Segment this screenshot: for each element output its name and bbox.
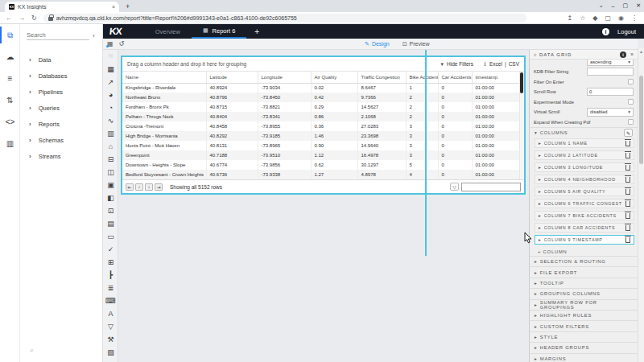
data-grid-widget[interactable]: Drag a column header and drop it here fo… bbox=[121, 56, 526, 195]
sidebar-item-pipelines[interactable]: ›Pipelines bbox=[20, 84, 102, 100]
delete-column-icon[interactable] bbox=[625, 237, 630, 243]
column-item-9[interactable]: ▸COLUMN 9 TIMESTAMP bbox=[535, 235, 634, 245]
tabs-layout-icon[interactable]: ⊟ bbox=[103, 153, 118, 166]
save-icon[interactable]: ▦ bbox=[107, 40, 114, 47]
delete-column-icon[interactable] bbox=[625, 201, 630, 207]
table-row[interactable]: Greenpoint40.7188-73.95101.1216.49783001… bbox=[122, 150, 520, 160]
add-column-button[interactable]: + COLUMN bbox=[530, 247, 638, 256]
bookmark-star-icon[interactable]: ☆ bbox=[580, 14, 585, 22]
chart-icon[interactable]: ↗ bbox=[103, 76, 118, 88]
column-header[interactable]: Traffic Congestion bbox=[357, 72, 406, 83]
first-page-button[interactable]: ⇤ bbox=[126, 183, 134, 191]
cloud-icon[interactable]: ☁ bbox=[0, 46, 20, 68]
panel-section-highlight-rules[interactable]: ▸HIGHLIGHT RULES bbox=[530, 310, 638, 320]
tab-close-icon[interactable]: × bbox=[112, 4, 115, 10]
data-grid-icon[interactable]: ▦ bbox=[103, 63, 118, 76]
delete-column-icon[interactable] bbox=[625, 225, 630, 231]
preview-mode-button[interactable]: ⊡ Preview bbox=[402, 41, 430, 47]
image-icon[interactable]: ▨ bbox=[103, 346, 118, 359]
tab-overview[interactable]: Overview bbox=[144, 24, 192, 39]
delete-column-icon[interactable] bbox=[625, 165, 630, 171]
column-item-5[interactable]: ▸COLUMN 5 AIR QUALITY bbox=[535, 187, 634, 196]
delete-column-icon[interactable] bbox=[625, 141, 630, 146]
delete-column-icon[interactable] bbox=[625, 177, 630, 183]
close-icon[interactable]: ✕ bbox=[636, 2, 641, 9]
pie-chart-icon[interactable]: ◕ bbox=[103, 88, 118, 101]
table-row[interactable]: Hunts Point - Mott Haven40.8131-73.89650… bbox=[122, 141, 520, 150]
column-header[interactable]: Latitude bbox=[206, 72, 258, 83]
column-item-2[interactable]: ▸COLUMN 2 LATITUDE bbox=[535, 150, 634, 160]
setting-checkbox[interactable] bbox=[628, 99, 634, 105]
chevron-down-icon[interactable]: ⌄ bbox=[599, 2, 604, 9]
panel-section-margins[interactable]: ▸MARGINS bbox=[530, 353, 638, 362]
share-icon[interactable]: ↥ bbox=[567, 14, 572, 22]
reload-icon[interactable]: ↻ bbox=[31, 14, 37, 22]
text-icon[interactable]: A bbox=[103, 307, 118, 320]
columns-layout-icon[interactable]: ◫ bbox=[103, 166, 118, 179]
logout-button[interactable]: Logout bbox=[617, 28, 636, 35]
table-row[interactable]: High Bridge - Morrisania40.8292-73.91851… bbox=[122, 131, 520, 141]
forward-icon[interactable]: → bbox=[19, 14, 25, 22]
table-row[interactable]: Fordham - Bronx Pk40.8715-73.88210.2914.… bbox=[122, 102, 520, 112]
tab-report-6[interactable]: ▦ Report 6 bbox=[192, 24, 246, 39]
footer-filter-input[interactable] bbox=[461, 183, 521, 191]
edit-columns-icon[interactable]: ✎ bbox=[624, 129, 633, 137]
table-row[interactable]: Kingsbridge - Riverdale40.8924-73.90340.… bbox=[122, 83, 520, 93]
panel-icon[interactable]: ▣ bbox=[103, 179, 118, 191]
panel-section-file-export[interactable]: ▸FILE EXPORT bbox=[530, 266, 638, 277]
minimize-icon[interactable]: – bbox=[612, 3, 615, 9]
column-item-4[interactable]: ▸COLUMN 4 NEIGHBORHOOD bbox=[535, 175, 634, 184]
sort-order-select[interactable]: ascending ▾ bbox=[587, 60, 634, 66]
excel-export-button[interactable]: Excel bbox=[489, 61, 502, 67]
page-scrollbar[interactable]: ▲ ▼ bbox=[638, 48, 644, 362]
setting-checkbox[interactable] bbox=[628, 119, 634, 125]
sidebar-item-reports[interactable]: ›Reports bbox=[20, 116, 102, 132]
browser-tab[interactable]: KX KX Insights × bbox=[5, 2, 119, 12]
column-header[interactable]: timestamp bbox=[472, 72, 520, 83]
prev-page-button[interactable]: ‹ bbox=[135, 183, 143, 191]
new-tab-button[interactable]: + bbox=[126, 2, 130, 10]
back-icon[interactable]: ← bbox=[6, 14, 12, 22]
table-row[interactable]: Crotona -Tremont40.8458-73.89550.3627.02… bbox=[122, 121, 520, 131]
table-scrollbar[interactable] bbox=[519, 72, 524, 179]
delete-column-icon[interactable] bbox=[625, 213, 630, 219]
sidebar-collapse-icon[interactable]: ‹ bbox=[93, 32, 95, 39]
csv-export-button[interactable]: CSV bbox=[509, 61, 519, 67]
column-item-1[interactable]: ▸COLUMN 1 NAME bbox=[535, 138, 634, 148]
columns-section-header[interactable]: ▾ COLUMNS ✎ bbox=[530, 127, 638, 138]
panel-search-icon[interactable]: ⌕ bbox=[534, 51, 537, 58]
rows-layout-icon[interactable]: ▤ bbox=[103, 217, 118, 230]
undo-icon[interactable]: ↺ bbox=[119, 40, 125, 47]
sidebar-item-databases[interactable]: ›Databases bbox=[20, 68, 102, 84]
panel-section-header-groups[interactable]: ▸HEADER GROUPS bbox=[530, 342, 638, 352]
sparkline-icon[interactable]: ∿ bbox=[103, 114, 118, 127]
sidebar-item-queries[interactable]: ›Queries bbox=[20, 100, 102, 116]
panel-section-custom-filters[interactable]: ▸CUSTOM FILTERS bbox=[530, 320, 638, 331]
panel-section-summary-row-for-groupings[interactable]: ▸SUMMARY ROW FOR GROUPINGS bbox=[530, 299, 638, 310]
pivot-table-icon[interactable]: ▥ bbox=[103, 127, 118, 140]
button-widget-icon[interactable]: ▭ bbox=[103, 230, 118, 243]
window-layout-icon[interactable]: ⊡ bbox=[103, 204, 118, 217]
check-circle-icon[interactable]: ✓ bbox=[103, 243, 118, 256]
sidebar-item-schemas[interactable]: ›Schemas bbox=[20, 132, 102, 148]
setting-input[interactable]: 0 bbox=[587, 88, 634, 96]
hierarchy-icon[interactable]: ┣ bbox=[103, 269, 118, 282]
hide-filters-button[interactable]: ▼ Hide Filters bbox=[440, 61, 473, 67]
code-icon[interactable]: <> bbox=[0, 111, 20, 133]
table-row[interactable]: Downtown - Heights - Slope40.6774-73.985… bbox=[122, 160, 520, 170]
panel-info-icon[interactable]: i bbox=[620, 51, 626, 58]
drag-handle-icon[interactable]: ∷ bbox=[103, 50, 118, 63]
list-icon[interactable]: ≣ bbox=[103, 282, 118, 294]
sidebar-item-streams[interactable]: ›Streams bbox=[20, 148, 102, 164]
delete-column-icon[interactable] bbox=[625, 189, 630, 195]
input-field-icon[interactable]: ⌨ bbox=[103, 294, 118, 307]
panel-section-grouping-columns[interactable]: ▸GROUPING COLUMNS bbox=[530, 288, 638, 298]
search-input[interactable] bbox=[27, 31, 89, 40]
scroll-up-icon[interactable]: ▲ bbox=[638, 48, 644, 55]
sidebar-item-data[interactable]: ›Data bbox=[20, 51, 102, 68]
address-bar[interactable]: avhzmgvdcq.qa.cld.kx.com/report?title=Re… bbox=[43, 14, 526, 23]
info-icon[interactable]: i bbox=[602, 28, 609, 35]
side-panel-icon[interactable]: ▢ bbox=[605, 14, 611, 22]
reports-copy-icon[interactable]: ⧉ bbox=[0, 24, 20, 46]
grouping-bar[interactable]: Drag a column header and drop it here fo… bbox=[122, 57, 524, 72]
